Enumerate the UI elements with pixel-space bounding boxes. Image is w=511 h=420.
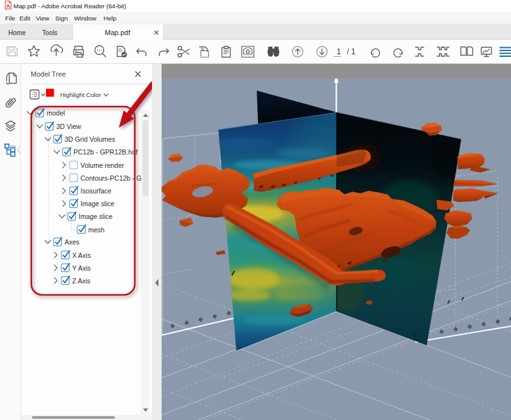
- svg-text:/ 1: / 1: [347, 47, 356, 56]
- svg-text:1: 1: [337, 47, 341, 56]
